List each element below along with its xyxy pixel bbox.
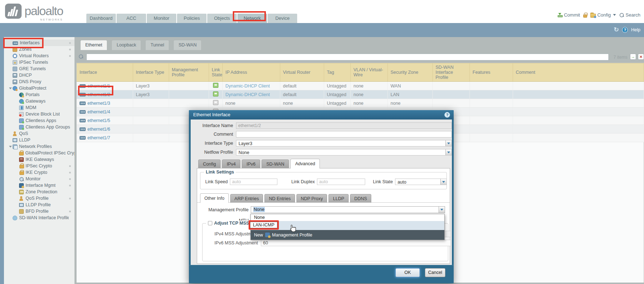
help-label[interactable]: Help (631, 27, 640, 32)
nav-tab-device[interactable]: Device (268, 14, 297, 23)
comment-field[interactable] (236, 131, 452, 138)
sidebar-item-lldp[interactable]: LLDP (4, 137, 74, 143)
tab-loopback[interactable]: Loopback (112, 40, 141, 50)
tree-expander-icon[interactable] (9, 146, 12, 148)
sidebar-item-device-block-list[interactable]: Device Block List (4, 111, 74, 117)
dialog-subtab-other-info[interactable]: Other Info (200, 193, 229, 203)
link-speed-field[interactable] (230, 179, 277, 185)
tree-expander-icon[interactable] (9, 87, 12, 89)
search-button[interactable]: Search (619, 12, 640, 18)
dialog-subtab-ddns[interactable]: DDNS (350, 194, 371, 203)
help-icon[interactable] (622, 27, 628, 33)
commit-button[interactable]: Commit (557, 12, 580, 18)
interface-name-link[interactable]: ethernet1/1 (87, 84, 110, 89)
dialog-subtab-nd-entries[interactable]: ND Entries (264, 194, 295, 203)
dialog-titlebar[interactable]: Ethernet Interface (189, 110, 454, 120)
interface-name-link[interactable]: ethernet1/2 (87, 92, 110, 97)
sidebar-item-lldp-profile[interactable]: LLDP Profile (4, 202, 74, 208)
chevron-down-icon[interactable] (439, 207, 445, 213)
cancel-button[interactable]: Cancel (425, 268, 445, 277)
ip-address-link[interactable]: Dynamic-DHCP Client (226, 92, 270, 97)
table-row-ethernet1-2[interactable]: ethernet1/2Layer3Dynamic-DHCP Clientdefa… (77, 90, 644, 99)
adjust-tcp-mss-checkbox[interactable] (208, 221, 212, 225)
sidebar-item-virtual-routers[interactable]: Virtual Routers (4, 53, 74, 59)
dialog-subtab-lldp[interactable]: LLDP (328, 194, 348, 203)
sidebar-item-portals[interactable]: Portals (4, 91, 74, 98)
nav-tab-dashboard[interactable]: Dashboard (86, 14, 116, 23)
column-header-management-profile[interactable]: Management Profile (169, 63, 209, 82)
tab-sd-wan[interactable]: SD-WAN (174, 40, 201, 50)
tab-tunnel[interactable]: Tunnel (146, 40, 169, 50)
dialog-tab-advanced[interactable]: Advanced (290, 159, 320, 168)
sidebar-item-ike-gateways[interactable]: IKE Gateways (4, 156, 74, 163)
dropdown-option-lan-icmp[interactable]: LAN-ICMP (251, 221, 444, 230)
sidebar-item-qos-profile[interactable]: QoS Profile (4, 195, 74, 202)
sidebar-item-sd-wan-interface-profile[interactable]: SD-WAN Interface Profile (4, 215, 74, 221)
interface-name-link[interactable]: ethernet1/5 (87, 118, 110, 123)
column-header-ip-address[interactable]: IP Address (222, 63, 280, 82)
clear-filter-button[interactable]: × (638, 54, 644, 60)
nav-tab-network[interactable]: Network (237, 14, 267, 23)
ip-address-link[interactable]: Dynamic-DHCP Client (226, 84, 270, 89)
dialog-subtab-arp-entries[interactable]: ARP Entries (230, 194, 263, 203)
dropdown-option-none[interactable]: None (251, 214, 444, 221)
table-row-ethernet1-3[interactable]: ethernet1/3nonenoneUntaggednonenone (77, 99, 644, 108)
interface-name-link[interactable]: ethernet1/4 (87, 109, 110, 114)
interface-name-link[interactable]: ethernet1/6 (87, 127, 110, 132)
sidebar-item-bfd-profile[interactable]: BFD Profile (4, 208, 74, 215)
sidebar-item-ike-crypto[interactable]: IKE Crypto (4, 169, 74, 176)
column-header-interface-type[interactable]: Interface Type (133, 63, 169, 82)
chevron-down-icon[interactable] (445, 140, 452, 146)
column-header-tag[interactable]: Tag (324, 63, 350, 82)
dialog-subtab-ndp-proxy[interactable]: NDP Proxy (296, 194, 327, 203)
nav-tab-objects[interactable]: Objects (207, 14, 237, 23)
export-arrow-button[interactable]: → (630, 54, 636, 60)
dialog-tab-sd-wan[interactable]: SD-WAN (262, 159, 289, 168)
sidebar-item-ipsec-tunnels[interactable]: IPSec Tunnels (4, 59, 74, 66)
nav-tab-monitor[interactable]: Monitor (147, 14, 176, 23)
refresh-icon[interactable]: ↻ (614, 27, 619, 33)
interface-name-link[interactable]: ethernet1/7 (87, 135, 110, 140)
column-header-sd-wan-interface-profile[interactable]: SD-WAN Interface Profile (432, 63, 470, 82)
sidebar-item-interface-mgmt[interactable]: Interface Mgmt (4, 182, 74, 189)
dialog-tab-config[interactable]: Config (198, 159, 221, 168)
ipv6-mss-field[interactable] (261, 240, 451, 246)
column-header-comment[interactable]: Comment (513, 63, 644, 82)
chevron-down-icon[interactable] (445, 149, 452, 155)
sidebar-item-monitor[interactable]: Monitor (4, 176, 74, 182)
column-header-virtual-router[interactable]: Virtual Router (280, 63, 324, 82)
sidebar-item-zones[interactable]: Zones (4, 46, 74, 53)
ok-button[interactable]: OK (395, 268, 420, 277)
sidebar-item-clientless-app-groups[interactable]: Clientless App Groups (4, 124, 74, 130)
column-header-vlan-virtual-wire[interactable]: VLAN / Virtual-Wire (350, 63, 387, 82)
interface-name-link[interactable]: ethernet1/3 (87, 101, 110, 106)
netflow-profile-select[interactable]: None (236, 149, 452, 155)
dialog-tab-ipv6[interactable]: IPv6 (242, 159, 260, 168)
dialog-tab-ipv4[interactable]: IPv4 (222, 159, 240, 168)
column-header-features[interactable]: Features (470, 63, 513, 82)
table-row-ethernet1-1[interactable]: ethernet1/1Layer3Dynamic-DHCP Clientdefa… (77, 82, 644, 90)
sidebar-item-gre-tunnels[interactable]: GRE Tunnels (4, 66, 74, 72)
column-header-interface[interactable]: Interface (77, 63, 133, 82)
sidebar-item-mdm[interactable]: MDM (4, 104, 74, 111)
filter-search-icon[interactable] (78, 54, 83, 59)
sidebar-item-gateways[interactable]: Gateways (4, 98, 74, 104)
dropdown-new-management-profile[interactable]: NewManagement Profile (251, 230, 444, 240)
nav-tab-acc[interactable]: ACC (117, 14, 146, 23)
nav-tab-policies[interactable]: Policies (177, 14, 207, 23)
link-state-select[interactable]: auto (395, 179, 447, 185)
sidebar-item-ipsec-crypto[interactable]: IPSec Crypto (4, 163, 74, 169)
column-header-security-zone[interactable]: Security Zone (387, 63, 432, 82)
column-header-link-state[interactable]: Link State (209, 63, 222, 82)
sidebar-item-interfaces[interactable]: Interfaces (4, 40, 74, 46)
filter-input[interactable] (86, 54, 609, 60)
sidebar-item-globalprotect[interactable]: GlobalProtect (4, 85, 74, 91)
lock-icon[interactable] (583, 14, 587, 18)
tab-ethernet[interactable]: Ethernet (81, 40, 107, 50)
management-profile-combo[interactable]: None (251, 206, 445, 213)
sidebar-item-clientless-apps[interactable]: Clientless Apps (4, 117, 74, 124)
dialog-help-icon[interactable] (444, 112, 450, 118)
config-menu-button[interactable]: Config (590, 12, 616, 18)
sidebar-item-zone-protection[interactable]: Zone Protection (4, 189, 74, 195)
sidebar-item-dhcp[interactable]: DHCP (4, 72, 74, 78)
